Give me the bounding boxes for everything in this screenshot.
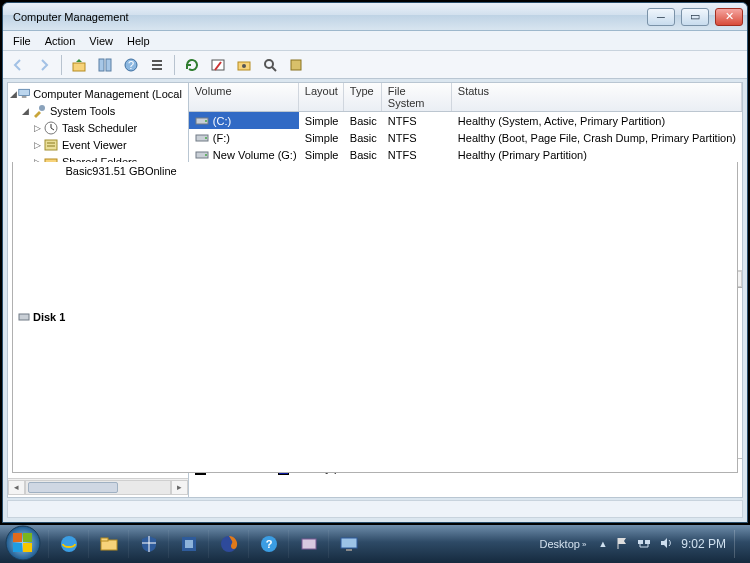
tray-chevron-icon[interactable]: ▲	[598, 539, 607, 549]
taskbar-shield[interactable]	[128, 530, 168, 558]
back-button[interactable]	[7, 54, 29, 76]
drive-icon	[195, 148, 209, 162]
menu-view[interactable]: View	[89, 33, 113, 48]
tree-event-viewer[interactable]: ▷ Event Viewer	[8, 136, 188, 153]
start-button[interactable]	[2, 522, 44, 563]
toolbar: ?	[3, 51, 747, 79]
menubar: File Action View Help	[3, 31, 747, 51]
more-button[interactable]	[285, 54, 307, 76]
volume-row[interactable]: (F:)SimpleBasicNTFSHealthy (Boot, Page F…	[189, 129, 742, 146]
tree-scrollbar-horizontal[interactable]: ◂▸	[8, 478, 188, 495]
computer-management-window: Computer Management ─ ▭ ✕ File Action Vi…	[2, 2, 748, 523]
svg-text:?: ?	[265, 538, 272, 550]
svg-rect-14	[22, 97, 27, 99]
desktop-toolbar[interactable]: Desktop »	[540, 538, 587, 550]
event-icon	[43, 137, 59, 153]
svg-rect-59	[341, 538, 357, 548]
svg-rect-58	[302, 539, 316, 549]
tray-flag-icon[interactable]	[615, 536, 629, 552]
svg-rect-60	[346, 549, 352, 551]
forward-button[interactable]	[33, 54, 55, 76]
svg-point-11	[265, 60, 273, 68]
taskbar[interactable]: ? Desktop » ▲ 9:02 PM	[0, 525, 750, 563]
tree-system-tools[interactable]: ◢ System Tools	[8, 102, 188, 119]
system-tray[interactable]: Desktop » ▲ 9:02 PM	[532, 530, 750, 558]
svg-rect-12	[291, 60, 301, 70]
svg-rect-13	[19, 90, 30, 96]
svg-rect-52	[101, 538, 108, 541]
tree-label: Event Viewer	[62, 139, 127, 151]
svg-text:?: ?	[128, 59, 134, 71]
refresh-button[interactable]	[181, 54, 203, 76]
taskbar-help[interactable]: ?	[248, 530, 288, 558]
svg-rect-3	[73, 63, 85, 71]
tree-task-scheduler[interactable]: ▷ Task Scheduler	[8, 119, 188, 136]
svg-point-38	[205, 154, 207, 156]
tree-root[interactable]: ◢ Computer Management (Local	[8, 85, 188, 102]
tree-label: System Tools	[50, 105, 115, 117]
menu-action[interactable]: Action	[45, 33, 76, 48]
svg-rect-4	[99, 59, 104, 71]
col-status[interactable]: Status	[452, 83, 742, 111]
menu-file[interactable]: File	[13, 33, 31, 48]
taskbar-app2[interactable]	[288, 530, 328, 558]
tree-label: Task Scheduler	[62, 122, 137, 134]
help-toolbar-button[interactable]: ?	[120, 54, 142, 76]
list-button[interactable]	[146, 54, 168, 76]
tools-icon	[31, 103, 47, 119]
maximize-button[interactable]: ▭	[681, 8, 709, 26]
svg-point-36	[205, 137, 207, 139]
settings-button[interactable]	[233, 54, 255, 76]
find-button[interactable]	[259, 54, 281, 76]
col-type[interactable]: Type	[344, 83, 382, 111]
volume-row[interactable]: New Volume (G:)SimpleBasicNTFSHealthy (P…	[189, 146, 742, 163]
desktop-toolbar-label: Desktop	[540, 538, 580, 550]
action-wizard-button[interactable]	[207, 54, 229, 76]
svg-rect-46	[13, 533, 22, 542]
svg-rect-54	[185, 540, 193, 548]
drive-icon	[195, 114, 209, 128]
taskbar-firefox[interactable]	[208, 530, 248, 558]
volume-list-header[interactable]: Volume Layout Type File System Status	[189, 83, 742, 112]
taskbar-explorer[interactable]	[88, 530, 128, 558]
taskbar-mmc[interactable]	[328, 530, 368, 558]
svg-point-10	[242, 64, 246, 68]
svg-point-34	[205, 120, 207, 122]
volume-row[interactable]: (C:)SimpleBasicNTFSHealthy (System, Acti…	[189, 112, 742, 129]
svg-rect-47	[23, 533, 32, 542]
menu-help[interactable]: Help	[127, 33, 150, 48]
disk: Disk 1Basic931.51 GBOnline(F:)117.18 GB …	[193, 376, 738, 452]
disk-map-panel: Disk 0Basic74.50 GBOnline(C:)74.50 GB NT…	[189, 288, 742, 497]
col-layout[interactable]: Layout	[299, 83, 344, 111]
svg-rect-62	[645, 540, 650, 544]
taskbar-ie[interactable]	[48, 530, 88, 558]
show-desktop-button[interactable]	[734, 530, 742, 558]
tray-clock[interactable]: 9:02 PM	[681, 537, 726, 551]
window-title: Computer Management	[13, 11, 129, 23]
tree-root-label: Computer Management (Local	[33, 88, 182, 100]
drive-icon	[195, 131, 209, 145]
tray-volume-icon[interactable]	[659, 536, 673, 552]
up-button[interactable]	[68, 54, 90, 76]
tray-network-icon[interactable]	[637, 536, 651, 552]
computer-icon	[18, 86, 30, 102]
svg-rect-61	[638, 540, 643, 544]
col-filesystem[interactable]: File System	[382, 83, 452, 111]
svg-rect-48	[13, 543, 22, 552]
clock-icon	[43, 120, 59, 136]
svg-rect-49	[23, 543, 32, 552]
svg-rect-17	[45, 140, 57, 150]
close-button[interactable]: ✕	[715, 8, 743, 26]
titlebar[interactable]: Computer Management ─ ▭ ✕	[3, 3, 747, 31]
properties-button[interactable]	[94, 54, 116, 76]
minimize-button[interactable]: ─	[647, 8, 675, 26]
svg-rect-5	[106, 59, 111, 71]
statusbar	[7, 500, 743, 518]
col-volume[interactable]: Volume	[189, 83, 299, 111]
taskbar-app1[interactable]	[168, 530, 208, 558]
svg-point-15	[39, 105, 45, 111]
